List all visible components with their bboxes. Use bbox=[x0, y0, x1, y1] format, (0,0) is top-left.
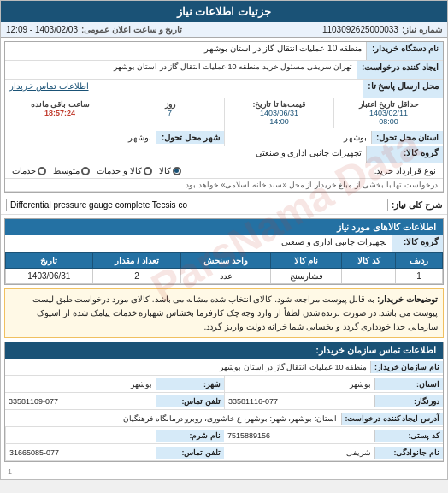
goods-header: اطلاعات کالاهای مورد نیاز bbox=[5, 219, 443, 235]
category-value: تجهیزات جانبی اداری و صنعتی bbox=[5, 146, 366, 163]
date1-label: حداقل تاریخ اعتبار bbox=[359, 100, 419, 109]
requester-label: ایجاد کننده درخواست: bbox=[357, 61, 443, 79]
cell-date: 1403/06/31 bbox=[6, 269, 93, 284]
seller-name-row: نام سازمان خریدار: منطقه 10 عملیات انتقا… bbox=[5, 359, 443, 376]
seller-dept-value bbox=[6, 434, 156, 437]
buyer-name-value: منطقه 10 عملیات انتقال گاز در استان بوشه… bbox=[5, 42, 366, 60]
date1-time: 08:00 bbox=[379, 117, 398, 126]
category-label: گروه کالا: bbox=[366, 146, 443, 163]
goods-table-body: 1 فشارسنج عدد 2 1403/06/31 bbox=[6, 269, 443, 284]
col-name: نام کالا bbox=[270, 253, 341, 269]
radio-motavast-label: متوسط bbox=[53, 166, 80, 175]
table-header-row: ردیف کد کالا نام کالا واحد سنجش تعداد / … bbox=[6, 253, 443, 269]
reply-value bbox=[184, 80, 363, 98]
datetime-value: 1403/02/03 - 12:09 bbox=[6, 25, 78, 34]
seller-address-label: آدرس ایجاد کننده درخواست: bbox=[341, 413, 444, 425]
date4-val: 18:57:24 bbox=[44, 109, 75, 117]
date-cell-2: قیمت‌ها تا تاریخ: 1403/06/31 14:00 bbox=[224, 98, 333, 128]
col-quantity: تعداد / مقدار bbox=[92, 253, 181, 269]
seller-name-value: منطقه 10 عملیات انتقال گاز در استان بوشه… bbox=[5, 361, 370, 373]
radio-khedamat[interactable]: خدمات bbox=[12, 166, 46, 175]
price-type-label: نوع قرارداد خرید: bbox=[374, 166, 436, 175]
seller-phone-row: دورنگار: 33581116-077 bbox=[224, 393, 443, 410]
buyer-name-label: نام دستگاه خریدار: bbox=[366, 42, 443, 60]
seller-creator-row: نام جانوادگی: شریفی bbox=[224, 444, 443, 461]
number-value: 1103092625000033 bbox=[322, 25, 398, 34]
requester-row: ایجاد کننده درخواست: تهران سریفی مسئول خ… bbox=[5, 61, 443, 80]
main-container: ParsNama Data جزئیات اطلاعات نیاز شماره … bbox=[0, 0, 448, 480]
goods-category-value: تجهیزات جانبی اداری و صنعتی bbox=[5, 235, 392, 252]
cell-quantity: 2 bbox=[92, 269, 181, 284]
seller-fax-value: 33581109-077 bbox=[5, 395, 156, 407]
seller-grid: نام سازمان خریدار: منطقه 10 عملیات انتقا… bbox=[5, 359, 443, 461]
datetime-label: تاریخ و ساعت اعلان عمومی: bbox=[81, 25, 182, 34]
top-info-bar: شماره نیاز: 1103092625000033 تاریخ و ساع… bbox=[1, 22, 447, 38]
col-date: تاریخ bbox=[6, 253, 93, 269]
search-row: شرح کلی نیاز: bbox=[1, 196, 447, 215]
date3-val: 7 bbox=[168, 109, 172, 117]
date3-label: روز bbox=[165, 100, 175, 109]
seller-postal-row: کد پستی: 7515889156 bbox=[224, 427, 443, 444]
radio-kala-khedamat-label: کالا و خدمات bbox=[97, 166, 142, 175]
seller-province-label: استان: bbox=[374, 378, 443, 390]
seller-section: اطلاعات تماس سازمان خریدار: نام سازمان خ… bbox=[4, 342, 444, 462]
notes-label: توضیحات خریدار: bbox=[377, 294, 438, 304]
seller-address-row: آدرس ایجاد کننده درخواست: استان: بوشهر، … bbox=[5, 410, 443, 427]
contact-link[interactable]: اطلاعات تماس خریدار bbox=[5, 80, 184, 98]
page-number: 1 bbox=[8, 467, 12, 476]
seller-phone-label: دورنگار: bbox=[374, 395, 443, 407]
search-label: شرح کلی نیاز: bbox=[392, 200, 442, 210]
seller-fax-label: تلفن تماس: bbox=[156, 395, 224, 407]
location-row: استان محل تحول: بوشهر شهر محل تحول: بوشه… bbox=[5, 128, 443, 146]
goods-category-label: گروه کالا: bbox=[392, 235, 443, 252]
city-cell: شهر محل تحول: بوشهر bbox=[5, 128, 224, 146]
col-index: ردیف bbox=[396, 253, 443, 269]
reply-label: محل ارسال پاسخ تا: bbox=[363, 80, 443, 98]
reply-row: محل ارسال پاسخ تا: اطلاعات تماس خریدار bbox=[5, 80, 443, 98]
radio-khedamat-label: خدمات bbox=[12, 166, 36, 175]
seller-phone-value: 33581116-077 bbox=[225, 395, 374, 407]
footer: 1 bbox=[1, 466, 447, 479]
seller-postal-value: 7515889156 bbox=[224, 430, 374, 442]
date-cell-1: حداقل تاریخ اعتبار 1403/02/11 08:00 bbox=[333, 98, 443, 128]
date-cell-3: روز 7 bbox=[115, 98, 224, 128]
seller-creator-phone-label: تلفن تماس: bbox=[156, 447, 224, 459]
date1-val1: 1403/02/11 bbox=[369, 109, 408, 117]
radio-khedamat-dot bbox=[38, 167, 46, 175]
search-input[interactable] bbox=[6, 199, 388, 211]
datetime-info: تاریخ و ساعت اعلان عمومی: 1403/02/03 - 1… bbox=[6, 25, 182, 34]
date2-time: 14:00 bbox=[269, 117, 289, 126]
seller-creator-phone-value: 31665085-077 bbox=[6, 447, 156, 459]
requester-value: تهران سریفی مسئول خرید منطقه 10 عملیات ا… bbox=[5, 61, 357, 79]
category-row: گروه کالا: تجهیزات جانبی اداری و صنعتی bbox=[5, 146, 443, 163]
header-title: جزئیات اطلاعات نیاز bbox=[177, 5, 271, 18]
col-unit: واحد سنجش bbox=[181, 253, 271, 269]
seller-city-value: بوشهر bbox=[5, 378, 156, 390]
date-cell-4: ساعت باقی مانده 18:57:24 bbox=[5, 98, 115, 128]
goods-table: ردیف کد کالا نام کالا واحد سنجش تعداد / … bbox=[5, 252, 443, 284]
seller-name-label: نام سازمان خریدار: bbox=[370, 361, 443, 373]
seller-fax-row: تلفن تماس: 33581109-077 bbox=[5, 393, 224, 410]
cell-index: 1 bbox=[396, 269, 443, 284]
radio-kala-label: کالا bbox=[159, 166, 171, 175]
seller-postal-label: کد پستی: bbox=[374, 430, 443, 442]
price-type-row: نوع قرارداد خرید: کالا کالا و خدمات متوس… bbox=[5, 163, 443, 179]
dates-section: حداقل تاریخ اعتبار 1403/02/11 08:00 قیمت… bbox=[5, 98, 443, 128]
price-type-options: کالا کالا و خدمات متوسط خدمات bbox=[12, 166, 181, 175]
cell-code bbox=[342, 269, 396, 284]
seller-creator-value: شریفی bbox=[224, 447, 374, 459]
seller-address-value: استان: بوشهر، شهر: بوشهر، ع خاشوری، روبر… bbox=[5, 413, 341, 425]
cell-name: فشارسنج bbox=[270, 269, 341, 284]
seller-dept-row: نام شرم: bbox=[5, 427, 224, 444]
province-value: بوشهر bbox=[225, 131, 371, 144]
radio-kala[interactable]: کالا bbox=[159, 166, 181, 175]
radio-motavast[interactable]: متوسط bbox=[53, 166, 90, 175]
seller-city-row: شهر: بوشهر bbox=[5, 376, 224, 393]
notes-box: توضیحات خریدار: به قابل پیوست مراجعه شود… bbox=[4, 288, 444, 338]
seller-city-label: شهر: bbox=[156, 378, 224, 390]
radio-kala-dot bbox=[173, 167, 181, 175]
seller-creator-phone-row: تلفن تماس: 31665085-077 bbox=[5, 444, 224, 461]
date2-label: قیمت‌ها تا تاریخ: bbox=[253, 100, 306, 109]
radio-kala-khedamat[interactable]: کالا و خدمات bbox=[97, 166, 152, 175]
seller-dept-label: نام شرم: bbox=[156, 430, 224, 442]
